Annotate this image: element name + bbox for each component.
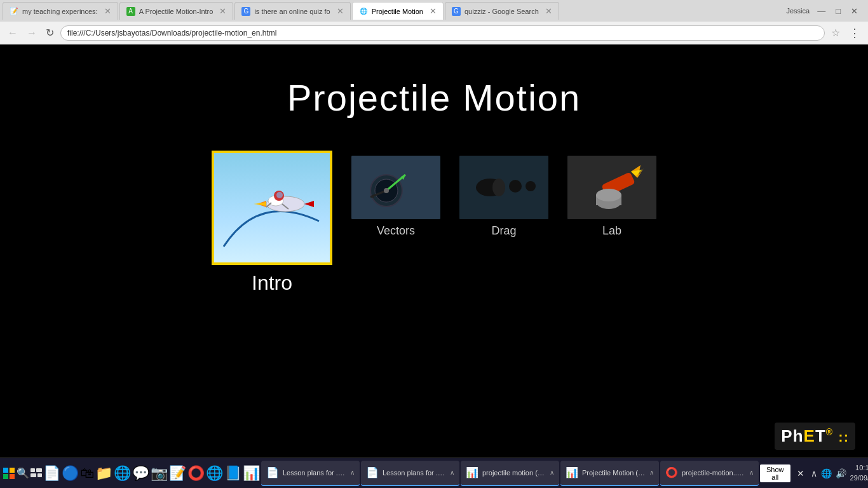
- taskbar-app-html[interactable]: ⭕ projectile-motion....html ∧: [660, 461, 759, 486]
- svg-rect-29: [10, 474, 15, 479]
- lab-bg: [567, 156, 656, 219]
- sim-label-intro: Intro: [252, 271, 292, 295]
- taskbar-close-button[interactable]: ✕: [794, 468, 807, 478]
- svg-point-23: [596, 189, 621, 201]
- sim-card-drag[interactable]: Drag: [459, 156, 548, 238]
- taskbar-pin-word[interactable]: 📄: [43, 461, 60, 486]
- taskbar-pin-chrome[interactable]: 🌐: [206, 461, 223, 486]
- start-button[interactable]: [3, 461, 15, 486]
- tab-teaching[interactable]: 📝 my teaching experinces: ✕: [3, 2, 118, 20]
- word2-icon: 📘: [224, 465, 241, 482]
- address-bar: ← → ↻ ☆ ⋮: [0, 22, 868, 44]
- lesson1-chevron: ∧: [350, 469, 355, 476]
- html-icon: ⭕: [665, 466, 678, 478]
- tab-projectile-intro[interactable]: A A Projectile Motion-Intro ✕: [119, 2, 234, 20]
- tab-quiz[interactable]: G is there an online quiz fo ✕: [234, 2, 350, 20]
- forward-button[interactable]: →: [24, 26, 39, 40]
- taskbar-app-html-label: projectile-motion....html: [682, 469, 745, 477]
- taskbar-pin-notes[interactable]: 📝: [169, 461, 186, 486]
- drag-bg: [459, 156, 548, 219]
- taskbar-pin-edge[interactable]: 🌐: [114, 461, 131, 486]
- network-icon[interactable]: 🌐: [821, 468, 832, 478]
- main-content: Projectile Motion: [0, 44, 868, 426]
- sim-thumb-lab[interactable]: [567, 156, 656, 219]
- tab-quizziz[interactable]: G quizziz - Google Search ✕: [445, 2, 559, 20]
- taskbar-pin-docword[interactable]: 📘: [224, 461, 241, 486]
- taskbar-app-lesson2-label: Lesson plans for ....doc: [383, 469, 446, 477]
- tab-close-projectile-motion[interactable]: ✕: [430, 6, 437, 16]
- tab-close-quizziz[interactable]: ✕: [545, 6, 552, 16]
- reload-button[interactable]: ↻: [43, 25, 57, 40]
- sim-card-intro[interactable]: Intro: [212, 151, 332, 295]
- tab-projectile-motion[interactable]: 🌐 Projectile Motion ✕: [352, 2, 444, 20]
- word-icon: 📄: [43, 465, 60, 482]
- sim-thumb-intro[interactable]: [212, 151, 332, 265]
- sim-thumb-drag[interactable]: [459, 156, 548, 219]
- taskbar-pin-opera[interactable]: ⭕: [187, 461, 205, 486]
- taskbar-app-lesson1[interactable]: 📄 Lesson plans for ....doc ∧: [261, 461, 360, 486]
- maximize-button[interactable]: □: [833, 5, 843, 17]
- tab-favicon-teaching: 📝: [10, 7, 18, 16]
- lesson1-icon: 📄: [266, 466, 279, 478]
- sim-label-vectors: Vectors: [377, 224, 415, 238]
- tab-favicon-projectile-motion: 🌐: [359, 7, 368, 16]
- page-title: Projectile Motion: [287, 76, 581, 119]
- tab-close-quiz[interactable]: ✕: [337, 6, 344, 16]
- svg-rect-33: [37, 473, 42, 477]
- taskbar-pin-powerpoint[interactable]: 📊: [243, 461, 260, 486]
- tab-favicon-projectile: A: [126, 7, 135, 16]
- tab-title-quizziz: quizziz - Google Search: [465, 8, 539, 15]
- html-chevron: ∧: [749, 469, 754, 476]
- tab-close-projectile-intro[interactable]: ✕: [219, 6, 226, 16]
- taskbar-app-lesson2[interactable]: 📄 Lesson plans for ....doc ∧: [361, 461, 459, 486]
- tab-extras: Jessica — □ ✕: [786, 5, 865, 17]
- opera-icon: ⭕: [187, 465, 205, 482]
- svg-point-17: [492, 179, 505, 196]
- vectors-bg: [351, 156, 440, 219]
- taskbar-app-ppt1[interactable]: 📊 projectile motion (....ppt ∧: [461, 461, 559, 486]
- close-window-button[interactable]: ✕: [848, 5, 860, 17]
- tab-title-quiz: is there an online quiz fo: [254, 8, 330, 15]
- taskbar-pin-wechat[interactable]: 💬: [132, 461, 149, 486]
- settings-icon[interactable]: ⋮: [846, 25, 863, 41]
- taskbar-pin-ie[interactable]: 🔵: [62, 461, 79, 486]
- camera-icon: 📷: [151, 465, 168, 482]
- svg-point-4: [276, 192, 283, 198]
- sim-card-vectors[interactable]: Vectors: [351, 156, 440, 238]
- taskbar-pin-camera[interactable]: 📷: [151, 461, 168, 486]
- minimize-button[interactable]: —: [815, 5, 828, 17]
- back-button[interactable]: ←: [5, 26, 20, 40]
- ie-icon: 🔵: [62, 465, 79, 482]
- taskbar-search-button[interactable]: 🔍: [17, 462, 29, 485]
- show-all-button[interactable]: Show all: [760, 464, 790, 482]
- ppt1-chevron: ∧: [550, 469, 554, 476]
- simulations-row: Intro: [212, 151, 656, 295]
- taskbar-app-ppt2[interactable]: 📊 Projectile Motion (....ppt ∧: [560, 461, 659, 486]
- taskbar-task-view-button[interactable]: [31, 462, 42, 485]
- tab-bar: 📝 my teaching experinces: ✕ A A Projecti…: [0, 0, 868, 22]
- lab-svg: [567, 156, 656, 219]
- taskbar-app-ppt2-label: Projectile Motion (....ppt: [582, 469, 646, 477]
- taskbar: 🔍 📄 🔵 🛍 📁 🌐 💬 📷 📝 ⭕ 🌐 📘: [0, 458, 868, 488]
- tab-favicon-quiz: G: [241, 7, 250, 16]
- ppt1-icon: 📊: [466, 466, 478, 478]
- taskbar-clock: 10:13 AM 29/09/2017: [850, 463, 868, 483]
- svg-rect-26: [3, 468, 8, 473]
- taskbar-pin-explorer[interactable]: 📁: [95, 461, 112, 486]
- phet-colons: ::: [838, 429, 849, 445]
- profile-name: Jessica: [786, 7, 810, 15]
- bookmark-icon[interactable]: ☆: [829, 25, 843, 40]
- taskbar-pin-store[interactable]: 🛍: [80, 461, 94, 486]
- svg-point-18: [509, 180, 522, 193]
- sim-thumb-vectors[interactable]: [351, 156, 440, 219]
- svg-marker-1: [304, 201, 314, 207]
- chevron-up-icon[interactable]: ∧: [811, 468, 817, 478]
- tab-close-teaching[interactable]: ✕: [104, 6, 111, 16]
- lesson2-icon: 📄: [366, 466, 379, 478]
- volume-icon[interactable]: 🔊: [836, 468, 846, 478]
- taskbar-app-ppt1-label: projectile motion (....ppt: [482, 469, 546, 477]
- sim-card-lab[interactable]: Lab: [567, 156, 656, 238]
- notes-icon: 📝: [169, 465, 186, 482]
- address-input[interactable]: [60, 25, 825, 41]
- svg-rect-32: [31, 473, 36, 477]
